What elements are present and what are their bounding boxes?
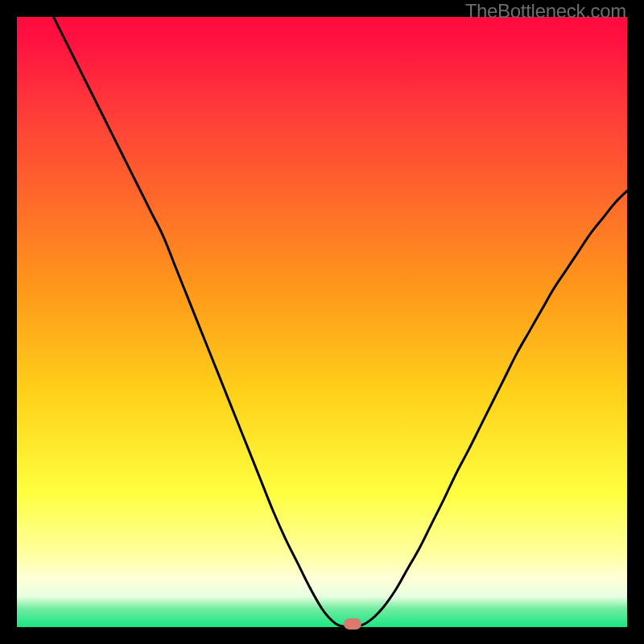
- curve-layer: [17, 17, 627, 627]
- bottleneck-curve: [53, 17, 627, 627]
- bottleneck-marker: [344, 618, 361, 630]
- chart-frame: TheBottleneck.com: [0, 0, 644, 644]
- plot-area: [17, 17, 627, 627]
- watermark-text: TheBottleneck.com: [465, 0, 626, 23]
